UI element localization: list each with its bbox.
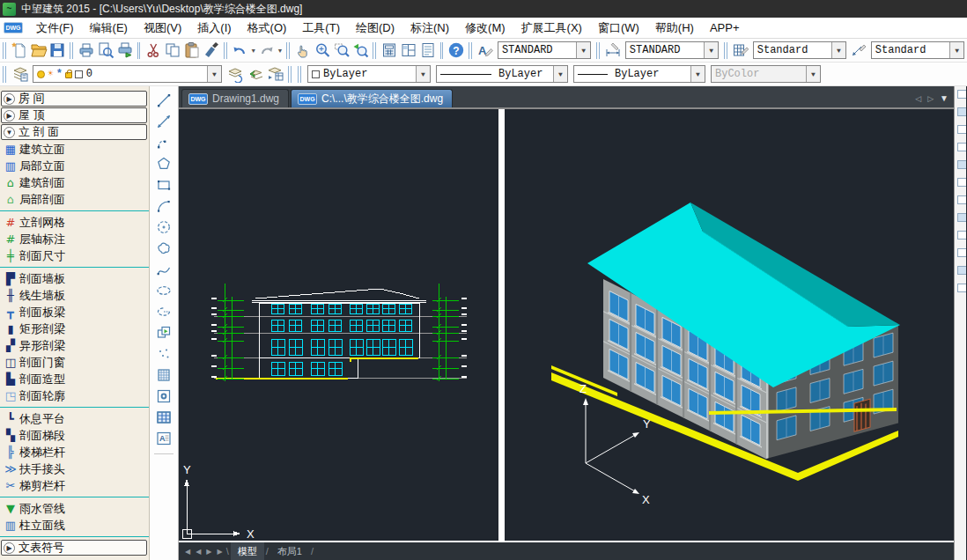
layer-states-icon[interactable] xyxy=(225,64,245,85)
sidebar-item-休息平台[interactable]: ┗休息平台 xyxy=(0,410,149,427)
plot-style-dropdown-arrow-icon[interactable]: ▼ xyxy=(806,66,820,82)
spline-icon[interactable] xyxy=(153,260,174,279)
sidebar-item-剖面造型[interactable]: ▙剖面造型 xyxy=(0,371,149,387)
first-tab-icon[interactable]: ◀ xyxy=(183,548,192,556)
sidebar-item-局部立面[interactable]: ▥局部立面 xyxy=(0,158,149,174)
color-combobox[interactable]: ByLayer▼ xyxy=(307,65,431,83)
print-preview-icon[interactable] xyxy=(96,41,115,61)
linetype-dropdown-arrow-icon[interactable]: ▼ xyxy=(553,66,567,82)
ellipse-arc-icon[interactable] xyxy=(153,302,174,321)
cut-icon[interactable] xyxy=(144,41,163,61)
polyline-icon[interactable] xyxy=(153,133,174,152)
layer-unlock-icon[interactable] xyxy=(65,72,72,78)
sidebar-item-梯剪栏杆[interactable]: ✂梯剪栏杆 xyxy=(0,477,149,494)
sidebar-group-立 剖 面[interactable]: ▼立 剖 面 xyxy=(1,124,147,140)
paste-icon[interactable] xyxy=(182,41,202,61)
pan-icon[interactable] xyxy=(293,41,313,61)
menu-item-7[interactable]: 绘图(D) xyxy=(348,18,402,38)
sidebar-item-异形剖梁[interactable]: ▞异形剖梁 xyxy=(0,337,149,354)
modify-tool-icon-4[interactable] xyxy=(957,143,966,151)
layer-combobox[interactable]: ☀*0▼ xyxy=(33,65,222,83)
tab-scroll-left-icon[interactable]: ◁ xyxy=(915,94,921,103)
modify-tool-icon-9[interactable] xyxy=(957,231,966,239)
match-properties-icon[interactable] xyxy=(202,41,221,61)
mleader-style-icon[interactable] xyxy=(849,41,868,61)
sidebar-item-立剖网格[interactable]: #立剖网格 xyxy=(0,214,149,231)
document-tab-1[interactable]: DWGDrawing1.dwg xyxy=(181,89,289,107)
layer-properties-icon[interactable] xyxy=(10,64,30,85)
menu-item-11[interactable]: 窗口(W) xyxy=(590,18,647,38)
sidebar-group-房 间[interactable]: ▶房 间 xyxy=(1,91,147,107)
rectangle-icon[interactable] xyxy=(153,175,174,195)
modify-tool-icon-2[interactable] xyxy=(957,107,966,116)
zoom-realtime-icon[interactable] xyxy=(313,41,332,61)
menu-item-10[interactable]: 扩展工具(X) xyxy=(513,18,590,38)
menu-item-9[interactable]: 修改(M) xyxy=(457,18,513,38)
modify-tool-icon-10[interactable] xyxy=(957,248,966,257)
new-file-icon[interactable] xyxy=(10,41,29,61)
layer-color-swatch[interactable] xyxy=(75,70,83,78)
table-style-icon[interactable] xyxy=(731,41,750,61)
mleader-style-dropdown-arrow-icon[interactable]: ▼ xyxy=(949,42,963,58)
viewport-divider[interactable] xyxy=(498,109,505,541)
undo-icon[interactable] xyxy=(231,41,250,61)
sidebar-item-线生墙板[interactable]: ╫线生墙板 xyxy=(0,287,149,304)
modify-tool-icon-6[interactable] xyxy=(957,178,966,187)
layer-on-icon[interactable] xyxy=(37,70,45,78)
sidebar-item-局部剖面[interactable]: ⌂局部剖面 xyxy=(0,191,149,208)
sidebar-item-剖面板梁[interactable]: ┳剖面板梁 xyxy=(0,304,149,321)
table-style-combobox[interactable]: Standard▼ xyxy=(753,41,846,59)
print-icon[interactable] xyxy=(77,41,96,61)
modify-tool-icon-12[interactable] xyxy=(957,284,966,292)
sidebar-item-剖面尺寸[interactable]: ╪剖面尺寸 xyxy=(0,247,149,264)
dim-style-icon[interactable] xyxy=(603,41,623,61)
lineweight-combobox[interactable]: ByLayer▼ xyxy=(573,65,705,83)
layer-vp-freeze-icon[interactable]: * xyxy=(56,70,63,78)
sidebar-item-楼梯栏杆[interactable]: ╠楼梯栏杆 xyxy=(0,444,149,461)
revcloud-icon[interactable] xyxy=(153,239,174,258)
menu-item-2[interactable]: 编辑(E) xyxy=(82,18,136,38)
chevron-right-icon[interactable]: ▶ xyxy=(4,110,15,122)
modify-tool-icon-7[interactable] xyxy=(957,195,966,204)
viewports-icon[interactable] xyxy=(399,41,418,61)
modify-tool-icon-3[interactable] xyxy=(957,125,966,134)
circle-icon[interactable] xyxy=(153,217,174,237)
plot-icon[interactable] xyxy=(115,41,135,61)
menu-item-1[interactable]: 文件(F) xyxy=(28,18,82,38)
modify-tool-icon-5[interactable] xyxy=(957,160,966,169)
chevron-down-icon[interactable]: ▼ xyxy=(4,127,15,138)
document-tab-2[interactable]: DWGC:\...\教学综合楼全图.dwg xyxy=(291,89,453,107)
viewport-2d-elevation[interactable]: YX xyxy=(179,109,498,542)
sidebar-item-层轴标注[interactable]: #层轴标注 xyxy=(0,231,149,247)
layer-dropdown-arrow-icon[interactable]: ▼ xyxy=(207,66,221,82)
mleader-style-combobox[interactable]: Standard▼ xyxy=(871,41,964,59)
ellipse-icon[interactable] xyxy=(153,281,174,300)
modify-tool-icon-1[interactable] xyxy=(957,90,966,99)
plot-style-combobox[interactable]: ByColor▼ xyxy=(711,65,821,83)
help-icon[interactable]: ? xyxy=(447,41,466,61)
mtext-icon[interactable]: A xyxy=(153,429,174,448)
tab-list-dropdown-icon[interactable]: ▼ xyxy=(940,93,949,103)
modify-tool-icon-11[interactable] xyxy=(957,266,966,275)
line-icon[interactable] xyxy=(153,91,174,110)
last-tab-icon[interactable]: ▶ xyxy=(215,548,224,556)
dim-style-dropdown-arrow-icon[interactable]: ▼ xyxy=(704,42,718,58)
menu-item-3[interactable]: 视图(V) xyxy=(136,18,189,38)
calculator-icon[interactable] xyxy=(380,41,399,61)
chevron-right-icon[interactable]: ▶ xyxy=(4,542,15,554)
menu-item-13[interactable]: APP+ xyxy=(702,18,748,38)
construction-line-icon[interactable] xyxy=(153,112,174,131)
layout-tab-模型[interactable]: 模型 xyxy=(231,542,264,560)
sidebar-group-文表符号[interactable]: ▶文表符号 xyxy=(1,540,147,556)
menu-item-12[interactable]: 帮助(H) xyxy=(647,18,702,38)
layout-tab-布局1[interactable]: 布局1 xyxy=(270,542,309,560)
sidebar-item-矩形剖梁[interactable]: ▮矩形剖梁 xyxy=(0,321,149,337)
layer-thaw-icon[interactable]: ☀ xyxy=(48,70,54,78)
sidebar-item-剖面墙板[interactable]: ▛剖面墙板 xyxy=(0,270,149,287)
text-style-icon[interactable]: A xyxy=(476,41,495,61)
menu-item-4[interactable]: 插入(I) xyxy=(189,18,239,38)
arc-icon[interactable] xyxy=(153,196,174,216)
sidebar-group-屋 顶[interactable]: ▶屋 顶 xyxy=(1,107,147,123)
copy-icon[interactable] xyxy=(163,41,182,61)
point-icon[interactable] xyxy=(153,344,174,364)
